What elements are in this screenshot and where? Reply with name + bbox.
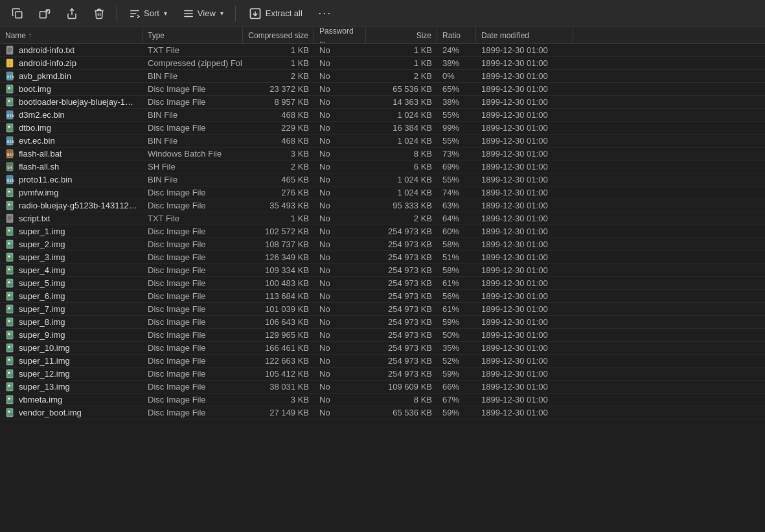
- cell-password: No: [314, 135, 366, 147]
- cell-size: 254 973 KB: [366, 251, 437, 263]
- svg-rect-70: [6, 382, 13, 391]
- table-row[interactable]: android-info.txt TXT File 1 KB No 1 KB 2…: [0, 44, 765, 57]
- table-row[interactable]: boot.img Disc Image File 23 372 KB No 65…: [0, 83, 765, 96]
- cell-password: No: [314, 251, 366, 263]
- file-name-text: flash-all.sh: [19, 162, 59, 172]
- col-header-date-modified[interactable]: Date modified: [476, 27, 573, 43]
- table-row[interactable]: super_2.img Disc Image File 108 737 KB N…: [0, 238, 765, 251]
- cell-type: Disc Image File: [143, 393, 243, 406]
- table-row[interactable]: BIN avb_pkmd.bin BIN File 2 KB No 2 KB 0…: [0, 70, 765, 83]
- col-header-ratio[interactable]: Ratio: [437, 27, 476, 43]
- cell-ratio: 55%: [437, 135, 476, 147]
- svg-text:BIN: BIN: [7, 178, 14, 183]
- cell-size: 16 384 KB: [366, 122, 437, 134]
- table-row[interactable]: script.txt TXT File 1 KB No 2 KB 64% 189…: [0, 212, 765, 225]
- svg-rect-46: [6, 227, 13, 236]
- table-row[interactable]: super_5.img Disc Image File 100 483 KB N…: [0, 277, 765, 290]
- cell-size: 2 KB: [366, 212, 437, 225]
- table-row[interactable]: BIN proto11.ec.bin BIN File 465 KB No 1 …: [0, 173, 765, 186]
- cell-size: 254 973 KB: [366, 355, 437, 367]
- table-row[interactable]: dtbo.img Disc Image File 229 KB No 16 38…: [0, 122, 765, 135]
- table-row[interactable]: super_7.img Disc Image File 101 039 KB N…: [0, 303, 765, 316]
- share-button[interactable]: [60, 3, 84, 24]
- table-row[interactable]: super_8.img Disc Image File 106 643 KB N…: [0, 316, 765, 329]
- file-name-text: script.txt: [19, 214, 50, 223]
- cell-password: No: [314, 57, 366, 69]
- table-row[interactable]: super_12.img Disc Image File 105 412 KB …: [0, 368, 765, 381]
- view-button[interactable]: View ▾: [176, 5, 230, 23]
- cell-name: BIN proto11.ec.bin: [0, 173, 143, 186]
- cell-password: No: [314, 342, 366, 354]
- cell-name: super_9.img: [0, 329, 143, 341]
- more-button[interactable]: ···: [313, 3, 337, 24]
- file-icon-img: [5, 97, 16, 107]
- copy-icon: [12, 8, 23, 19]
- table-row[interactable]: super_13.img Disc Image File 38 031 KB N…: [0, 381, 765, 393]
- cell-size: 254 973 KB: [366, 316, 437, 328]
- file-icon-img: [5, 382, 16, 392]
- col-header-name[interactable]: Name ↑: [0, 27, 143, 43]
- file-name-text: vbmeta.img: [19, 395, 62, 405]
- cell-compressed-size: 27 149 KB: [243, 406, 314, 419]
- cell-compressed-size: 129 965 KB: [243, 329, 314, 341]
- col-header-size[interactable]: Size: [366, 27, 437, 43]
- col-header-password[interactable]: Password ...: [314, 27, 366, 43]
- extract-icon: [249, 7, 262, 20]
- table-row[interactable]: super_9.img Disc Image File 129 965 KB N…: [0, 329, 765, 342]
- table-row[interactable]: super_3.img Disc Image File 126 349 KB N…: [0, 251, 765, 264]
- table-row[interactable]: radio-bluejay-g5123b-143112-2... Disc Im…: [0, 199, 765, 212]
- file-icon-img: [5, 265, 16, 276]
- table-row[interactable]: vendor_boot.img Disc Image File 27 149 K…: [0, 406, 765, 419]
- cell-ratio: 99%: [437, 122, 476, 134]
- svg-text:BIN: BIN: [7, 74, 14, 79]
- table-row[interactable]: BAT flash-all.bat Windows Batch File 3 K…: [0, 148, 765, 161]
- file-icon-zip: [5, 58, 16, 69]
- cell-type: Disc Image File: [143, 199, 243, 212]
- cell-size: 254 973 KB: [366, 290, 437, 302]
- table-row[interactable]: super_10.img Disc Image File 166 461 KB …: [0, 342, 765, 355]
- cell-name: super_5.img: [0, 277, 143, 289]
- file-name-text: android-info.zip: [19, 58, 76, 68]
- table-row[interactable]: super_11.img Disc Image File 122 663 KB …: [0, 355, 765, 368]
- file-name-text: super_5.img: [19, 278, 65, 288]
- table-row[interactable]: BIN d3m2.ec.bin BIN File 468 KB No 1 024…: [0, 109, 765, 122]
- cell-date: 1899-12-30 01:00: [476, 303, 573, 315]
- cell-password: No: [314, 381, 366, 393]
- sort-button[interactable]: Sort ▾: [122, 5, 174, 23]
- table-row[interactable]: super_6.img Disc Image File 113 684 KB N…: [0, 290, 765, 303]
- svg-rect-66: [6, 357, 13, 365]
- col-header-compressed-size[interactable]: Compressed size: [243, 27, 314, 43]
- extract-all-button[interactable]: Extract all: [241, 4, 310, 23]
- cell-size: 254 973 KB: [366, 368, 437, 380]
- cell-size: 2 KB: [366, 70, 437, 82]
- copy-button[interactable]: [5, 3, 30, 24]
- svg-point-47: [8, 229, 10, 231]
- cell-name: android-info.txt: [0, 44, 143, 56]
- file-name-text: super_2.img: [19, 239, 65, 249]
- cell-name: script.txt: [0, 212, 143, 225]
- share-icon: [66, 8, 78, 19]
- table-row[interactable]: pvmfw.img Disc Image File 276 KB No 1 02…: [0, 186, 765, 199]
- table-row[interactable]: vbmeta.img Disc Image File 3 KB No 8 KB …: [0, 393, 765, 406]
- cell-name: super_13.img: [0, 381, 143, 393]
- col-header-type[interactable]: Type: [143, 27, 243, 43]
- cell-type: Disc Image File: [143, 303, 243, 315]
- table-row[interactable]: android-info.zip Compressed (zipped) Fol…: [0, 57, 765, 70]
- cell-type: Disc Image File: [143, 225, 243, 238]
- file-icon-bin: BIN: [5, 71, 16, 82]
- file-name-text: avb_pkmd.bin: [19, 71, 71, 81]
- table-row[interactable]: bootloader-bluejay-bluejay-15.1... Disc …: [0, 96, 765, 109]
- svg-rect-19: [9, 65, 10, 67]
- cell-type: Disc Image File: [143, 251, 243, 263]
- delete-button[interactable]: [87, 3, 111, 24]
- table-row[interactable]: SH flash-all.sh SH File 2 KB No 6 KB 69%…: [0, 161, 765, 173]
- cell-ratio: 60%: [437, 225, 476, 238]
- table-row[interactable]: super_4.img Disc Image File 109 334 KB N…: [0, 264, 765, 277]
- svg-rect-68: [6, 370, 13, 378]
- table-row[interactable]: super_1.img Disc Image File 102 572 KB N…: [0, 225, 765, 238]
- cell-type: BIN File: [143, 109, 243, 121]
- table-row[interactable]: BIN evt.ec.bin BIN File 468 KB No 1 024 …: [0, 135, 765, 148]
- cell-date: 1899-12-30 01:00: [476, 148, 573, 160]
- move-button[interactable]: [32, 3, 57, 24]
- cell-ratio: 64%: [437, 212, 476, 225]
